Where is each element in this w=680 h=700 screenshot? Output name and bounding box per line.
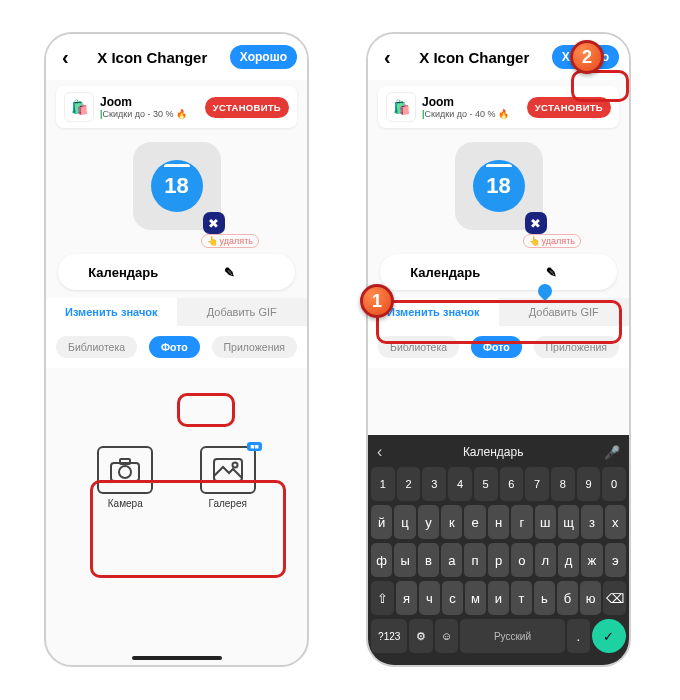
key-4[interactable]: 4: [448, 467, 472, 501]
key-letter[interactable]: э: [605, 543, 626, 577]
ad-logo: 🛍️: [64, 92, 94, 122]
callout-2: 2: [570, 40, 604, 74]
key-dot[interactable]: .: [567, 619, 590, 653]
key-letter[interactable]: ч: [419, 581, 440, 615]
chip-library[interactable]: Библиотека: [56, 336, 137, 358]
key-letter[interactable]: в: [418, 543, 439, 577]
key-letter[interactable]: ю: [580, 581, 601, 615]
key-letter[interactable]: й: [371, 505, 392, 539]
key-letter[interactable]: ь: [534, 581, 555, 615]
ad-title: Joom: [422, 95, 527, 109]
kb-suggestion[interactable]: Календарь: [382, 445, 604, 459]
key-emoji[interactable]: ☺: [435, 619, 458, 653]
source-chips: Библиотека Фото Приложения: [46, 326, 307, 368]
tab-add-gif[interactable]: Добавить GIF: [177, 298, 308, 326]
camera-label: Камера: [108, 498, 143, 509]
option-gallery[interactable]: ■■ Галерея: [189, 446, 267, 509]
key-letter[interactable]: ц: [394, 505, 415, 539]
key-shift[interactable]: ⇧: [371, 581, 394, 615]
ad-banner[interactable]: 🛍️ Joom |Скидки до - 30 % 🔥 УСТАНОВИТЬ: [56, 86, 297, 128]
back-button[interactable]: ‹: [378, 42, 397, 73]
icon-preview-zone: 18 ✖ 👆удалять: [46, 136, 307, 248]
key-8[interactable]: 8: [551, 467, 575, 501]
ad-banner[interactable]: 🛍️ Joom |Скидки до - 40 % 🔥 УСТАНОВИТЬ: [378, 86, 619, 128]
phone-left: ‹ X Icon Changer Хорошо 🛍️ Joom |Скидки …: [44, 32, 309, 667]
edit-icon[interactable]: ✎: [177, 265, 284, 280]
app-name-text: Календарь: [392, 265, 499, 280]
key-letter[interactable]: б: [557, 581, 578, 615]
home-indicator[interactable]: [132, 656, 222, 660]
app-badge-icon: ✖: [203, 212, 225, 234]
key-letter[interactable]: е: [464, 505, 485, 539]
back-button[interactable]: ‹: [56, 42, 75, 73]
key-letter[interactable]: у: [418, 505, 439, 539]
chip-apps[interactable]: Приложения: [212, 336, 297, 358]
key-symbols[interactable]: ?123: [371, 619, 407, 653]
main-tabs: Изменить значок Добавить GIF: [46, 298, 307, 326]
app-title: X Icon Changer: [75, 49, 230, 66]
key-letter[interactable]: з: [581, 505, 602, 539]
key-6[interactable]: 6: [500, 467, 524, 501]
key-space[interactable]: Русский: [460, 619, 564, 653]
key-letter[interactable]: к: [441, 505, 462, 539]
key-2[interactable]: 2: [397, 467, 421, 501]
key-letter[interactable]: х: [605, 505, 626, 539]
key-letter[interactable]: щ: [558, 505, 579, 539]
icon-preview[interactable]: 18 ✖: [133, 142, 221, 230]
app-name-text: Календарь: [70, 265, 177, 280]
key-backspace[interactable]: ⌫: [603, 581, 626, 615]
kb-row-2: ф ы в а п р о л д ж э: [371, 543, 626, 577]
key-letter[interactable]: ф: [371, 543, 392, 577]
key-enter[interactable]: ✓: [592, 619, 626, 653]
delete-chip[interactable]: 👆удалять: [201, 234, 259, 248]
delete-chip[interactable]: 👆удалять: [523, 234, 581, 248]
install-button[interactable]: УСТАНОВИТЬ: [205, 97, 289, 118]
key-1[interactable]: 1: [371, 467, 395, 501]
chip-library[interactable]: Библиотека: [378, 336, 459, 358]
key-3[interactable]: 3: [422, 467, 446, 501]
app-name-field[interactable]: Календарь ✎: [380, 254, 617, 290]
key-letter[interactable]: о: [511, 543, 532, 577]
icon-preview[interactable]: 18 ✖: [455, 142, 543, 230]
svg-point-1: [119, 466, 131, 478]
tab-change-icon[interactable]: Изменить значок: [46, 298, 177, 326]
gallery-label: Галерея: [209, 498, 247, 509]
key-letter[interactable]: ж: [581, 543, 602, 577]
svg-point-4: [232, 463, 237, 468]
app-name-field[interactable]: Календарь ✎: [58, 254, 295, 290]
key-7[interactable]: 7: [525, 467, 549, 501]
key-5[interactable]: 5: [474, 467, 498, 501]
key-letter[interactable]: я: [396, 581, 417, 615]
edit-icon[interactable]: ✎: [499, 265, 606, 280]
keyboard-suggestion-bar: ‹ Календарь 🎤: [371, 441, 626, 467]
key-letter[interactable]: н: [488, 505, 509, 539]
gallery-badge: ■■: [247, 442, 261, 451]
key-letter[interactable]: а: [441, 543, 462, 577]
key-letter[interactable]: ш: [535, 505, 556, 539]
key-letter[interactable]: п: [464, 543, 485, 577]
key-0[interactable]: 0: [602, 467, 626, 501]
source-chips: Библиотека Фото Приложения: [368, 326, 629, 368]
key-settings[interactable]: ⚙: [409, 619, 432, 653]
key-letter[interactable]: т: [511, 581, 532, 615]
app-header: ‹ X Icon Changer Хорошо: [46, 34, 307, 80]
key-letter[interactable]: с: [442, 581, 463, 615]
key-letter[interactable]: л: [535, 543, 556, 577]
ad-text: Joom |Скидки до - 30 % 🔥: [94, 95, 205, 119]
key-letter[interactable]: и: [488, 581, 509, 615]
done-button[interactable]: Хорошо: [230, 45, 297, 69]
key-letter[interactable]: д: [558, 543, 579, 577]
key-letter[interactable]: м: [465, 581, 486, 615]
key-letter[interactable]: р: [488, 543, 509, 577]
chip-photo[interactable]: Фото: [149, 336, 200, 358]
app-title: X Icon Changer: [397, 49, 552, 66]
chip-photo[interactable]: Фото: [471, 336, 522, 358]
option-camera[interactable]: Камера: [86, 446, 164, 509]
key-letter[interactable]: г: [511, 505, 532, 539]
key-letter[interactable]: ы: [394, 543, 415, 577]
key-9[interactable]: 9: [577, 467, 601, 501]
install-button[interactable]: УСТАНОВИТЬ: [527, 97, 611, 118]
tab-add-gif[interactable]: Добавить GIF: [499, 298, 630, 326]
kb-mic-icon[interactable]: 🎤: [604, 445, 620, 460]
chip-apps[interactable]: Приложения: [534, 336, 619, 358]
